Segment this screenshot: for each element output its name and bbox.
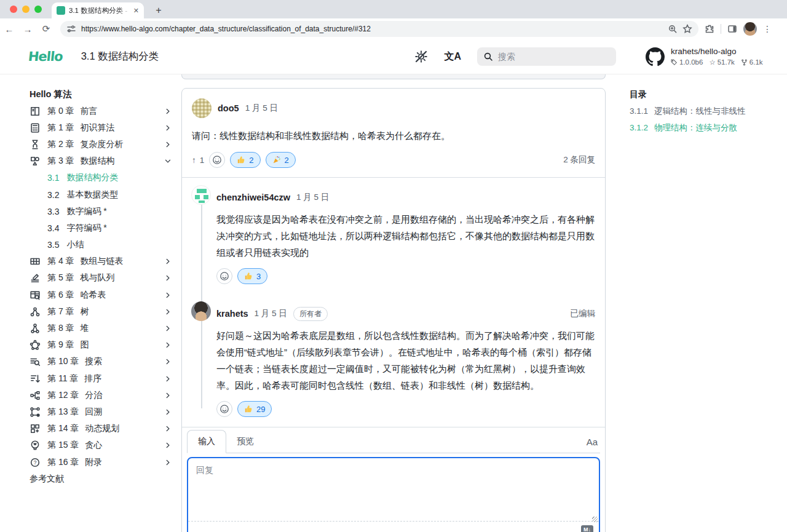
zoom-icon[interactable] (668, 24, 678, 34)
address-bar[interactable]: https://www.hello-algo.com/chapter_data_… (60, 21, 698, 37)
chevron-right-icon[interactable] (164, 124, 172, 132)
tab-write[interactable]: 输入 (187, 430, 226, 453)
bookmark-star-icon[interactable] (682, 24, 692, 34)
text-format-icon[interactable]: Aa (584, 437, 600, 453)
sidebar-item-chapter-11[interactable]: 第 11 章排序 (30, 370, 172, 387)
reply-date[interactable]: 1 月 5 日 (296, 192, 329, 203)
sidebar-item-chapter-3[interactable]: 第 3 章数据结构 (30, 153, 172, 170)
reply-date[interactable]: 1 月 5 日 (255, 308, 287, 319)
chevron-right-icon[interactable] (164, 375, 172, 383)
avatar[interactable] (192, 98, 212, 118)
site-logo[interactable]: Hello (28, 49, 63, 64)
sidebar-item-chapter-4[interactable]: 第 4 章数组与链表 (30, 253, 172, 270)
tab-close-icon[interactable]: ✕ (133, 7, 139, 15)
back-icon[interactable]: ← (0, 24, 18, 34)
repo-link[interactable]: krahets/hello-algo 1.0.0b6 ☆ 51.7k 6.1k (646, 47, 787, 66)
tab-favicon-icon (57, 6, 65, 15)
replies-thread: chenzhiwei54czw 1 月 5 日 我觉得应该是因为哈希表在没有冲突… (182, 177, 605, 417)
browser-tab[interactable]: 3.1 数据结构分类 - Hello 算法 ✕ (52, 2, 144, 18)
window-zoom-button[interactable] (34, 6, 42, 13)
sidebar-item-chapter-6[interactable]: 第 6 章哈希表 (30, 287, 172, 303)
theme-toggle-icon[interactable] (414, 50, 428, 63)
reply-author[interactable]: krahets (216, 309, 248, 319)
toc-item-311[interactable]: 3.1.1逻辑结构：线性与非线性 (630, 103, 775, 119)
sidebar-site-title[interactable]: Hello 算法 (30, 86, 172, 103)
sidebar-item-chapter-2[interactable]: 第 2 章复杂度分析 (30, 136, 172, 153)
sidebar-item-chapter-14[interactable]: 第 14 章动态规划 (30, 421, 172, 437)
reply-editor: 输入 预览 Aa M↓ 取消 回复 (182, 427, 605, 532)
chevron-right-icon[interactable] (164, 408, 172, 416)
forward-icon[interactable]: → (18, 24, 37, 34)
chevron-right-icon[interactable] (164, 257, 172, 266)
reload-icon[interactable]: ⟳ (37, 23, 55, 34)
sidebar-item-chapter-10[interactable]: 第 10 章搜索 (30, 354, 172, 370)
chevron-right-icon[interactable] (164, 324, 172, 333)
add-reaction-button[interactable] (216, 401, 232, 417)
side-panel-icon[interactable] (727, 24, 737, 34)
sidebar-item-chapter-13[interactable]: 第 13 章回溯 (30, 403, 172, 420)
sidebar-subitem-3-2[interactable]: 3.2基本数据类型 (30, 186, 172, 203)
browser-menu-icon[interactable]: ⋮ (763, 24, 772, 34)
sidebar-item-chapter-7[interactable]: 第 7 章树 (30, 303, 172, 320)
divide-conquer-icon (30, 390, 41, 401)
sidebar-item-chapter-5[interactable]: 第 5 章栈与队列 (30, 270, 172, 287)
sidebar-subitem-3-5[interactable]: 3.5小结 (30, 237, 172, 253)
add-reaction-button[interactable] (216, 268, 232, 284)
browser-profile-avatar[interactable] (743, 22, 757, 36)
chevron-right-icon[interactable] (164, 308, 172, 316)
reaction-thumbs-up[interactable]: 2 (230, 152, 260, 168)
site-info-icon[interactable] (66, 24, 76, 34)
sidebar-item-chapter-16[interactable]: ? 第 16 章附录 (30, 454, 172, 470)
chevron-right-icon[interactable] (164, 107, 172, 116)
search-input[interactable] (498, 52, 596, 62)
language-icon[interactable]: 文A (444, 50, 461, 63)
chevron-right-icon[interactable] (164, 357, 172, 366)
avatar[interactable] (191, 185, 211, 205)
sidebar-subitem-3-4[interactable]: 3.4字符编码 * (30, 220, 172, 236)
sidebar-item-chapter-8[interactable]: 第 8 章堆 (30, 320, 172, 336)
previous-card-edge (181, 74, 606, 79)
sidebar-item-chapter-1[interactable]: 第 1 章初识算法 (30, 119, 172, 136)
chevron-right-icon[interactable] (164, 441, 172, 450)
window-minimize-button[interactable] (22, 6, 30, 13)
chevron-right-icon[interactable] (164, 341, 172, 349)
sidebar-item-references[interactable]: 参考文献 (30, 470, 172, 487)
upvote-button[interactable]: ↑ 1 (192, 156, 204, 165)
comment-date[interactable]: 1 月 5 日 (245, 103, 278, 114)
comments-section: doo5 1 月 5 日 请问：线性数据结构和非线性数据结构，哈希表为什么都存在… (181, 74, 606, 532)
reply-body: 我觉得应该是因为哈希表在没有冲突之前，是用数组存储的，当出现哈希冲突之后，有各种… (216, 211, 595, 261)
window-close-button[interactable] (10, 6, 17, 13)
svg-text:?: ? (34, 459, 37, 465)
toc-item-312[interactable]: 3.1.2物理结构：连续与分散 (630, 119, 775, 136)
sidebar-item-chapter-9[interactable]: 第 9 章图 (30, 337, 172, 354)
sidebar-subitem-3-3[interactable]: 3.3数字编码 * (30, 203, 172, 220)
sidebar-item-chapter-15[interactable]: 第 15 章贪心 (30, 437, 172, 454)
chevron-right-icon[interactable] (164, 458, 172, 467)
chevron-down-icon[interactable] (164, 157, 172, 165)
chevron-right-icon[interactable] (164, 391, 172, 400)
avatar[interactable] (191, 301, 211, 321)
reply-textarea[interactable] (188, 458, 599, 522)
chevron-right-icon[interactable] (164, 274, 172, 282)
resize-handle-icon[interactable] (592, 517, 598, 522)
reaction-party[interactable]: 2 (266, 152, 296, 168)
new-tab-button[interactable]: + (151, 3, 166, 18)
sidebar-item-chapter-0[interactable]: 第 0 章前言 (30, 103, 172, 119)
chevron-right-icon[interactable] (164, 291, 172, 300)
browser-tabstrip: 3.1 数据结构分类 - Hello 算法 ✕ + (0, 0, 787, 18)
chevron-right-icon[interactable] (164, 424, 172, 433)
search-box[interactable] (477, 47, 616, 66)
sidebar-item-chapter-12[interactable]: 第 12 章分治 (30, 387, 172, 403)
extensions-icon[interactable] (705, 24, 714, 34)
reaction-thumbs-up[interactable]: 3 (237, 268, 267, 284)
comment-author[interactable]: doo5 (218, 103, 239, 113)
add-reaction-button[interactable] (209, 152, 225, 168)
chevron-right-icon[interactable] (164, 140, 172, 149)
tab-preview[interactable]: 预览 (226, 431, 264, 453)
reply-editor-box: M↓ (187, 457, 600, 532)
dynamic-programming-icon (30, 423, 41, 434)
reply-author[interactable]: chenzhiwei54czw (216, 193, 290, 202)
comment-card: doo5 1 月 5 日 请问：线性数据结构和非线性数据结构，哈希表为什么都存在… (181, 88, 606, 532)
sidebar-subitem-3-1[interactable]: 3.1数据结构分类 (30, 170, 172, 186)
reaction-thumbs-up[interactable]: 29 (237, 401, 272, 417)
